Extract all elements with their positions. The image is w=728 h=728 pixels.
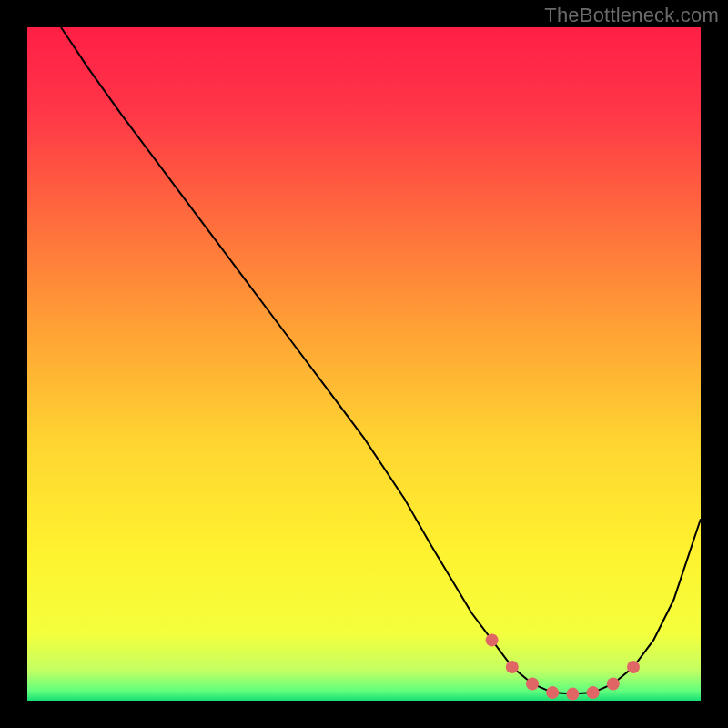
curve-marker — [587, 686, 600, 699]
chart-container: TheBottleneck.com — [0, 0, 728, 728]
curve-marker — [486, 633, 499, 646]
curve-marker — [526, 678, 539, 691]
curve-marker — [627, 661, 640, 673]
bottleneck-chart — [0, 0, 728, 728]
plot-gradient-background — [27, 27, 701, 701]
watermark-text: TheBottleneck.com — [544, 4, 719, 27]
curve-marker — [566, 688, 579, 701]
curve-marker — [546, 686, 559, 699]
curve-marker — [607, 678, 620, 691]
curve-marker — [506, 661, 519, 673]
